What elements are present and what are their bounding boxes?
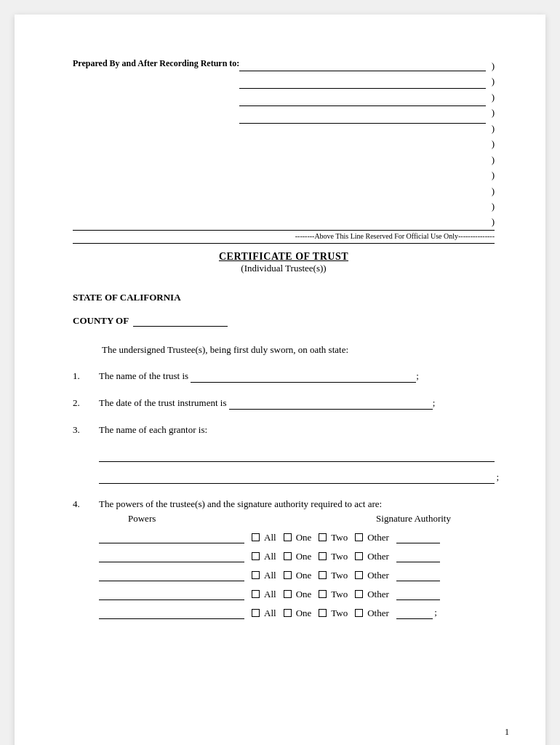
item-2-text: The date of the trust instrument is (99, 397, 229, 408)
address-line-1[interactable] (239, 58, 485, 71)
label-other-4: Other (367, 589, 389, 600)
label-two-4: Two (331, 589, 348, 600)
label-two-2: Two (331, 551, 348, 562)
checkbox-all-4[interactable] (252, 590, 260, 598)
grantor-line-1[interactable] (99, 450, 495, 462)
checkbox-all-5[interactable] (252, 609, 260, 617)
label-all-5: All (264, 607, 276, 619)
checkbox-two-4[interactable] (319, 590, 327, 598)
label-two-5: Two (331, 607, 348, 619)
sig-auth-5: All One Two Other (252, 607, 495, 619)
checkbox-one-1[interactable] (284, 533, 292, 541)
page-number: 1 (505, 727, 509, 738)
powers-row-2: All One Two Other (99, 551, 495, 562)
power-field-3[interactable] (99, 570, 244, 581)
label-other-5: Other (367, 607, 389, 619)
checkbox-one-5[interactable] (284, 609, 292, 617)
checkbox-other-1[interactable] (355, 533, 363, 541)
title-sub: (Individual Trustee(s)) (73, 263, 495, 274)
parens-column: ) ) ) ) ) ) ) ) ) ) ) (492, 58, 495, 230)
powers-row-4: All One Two Other (99, 589, 495, 600)
label-two-3: Two (331, 570, 348, 581)
other-field-2[interactable] (396, 551, 440, 562)
checkbox-one-4[interactable] (284, 590, 292, 598)
item-1: 1. The name of the trust is ; (73, 370, 495, 383)
powers-row-1: All One Two Other (99, 532, 495, 543)
item-3-content: The name of each grantor is: (99, 424, 495, 484)
powers-header-label: Powers (128, 513, 156, 525)
address-line-2[interactable] (239, 76, 485, 89)
item-4-text: The powers of the trustee(s) and the sig… (99, 498, 382, 509)
power-field-2[interactable] (99, 551, 244, 562)
sig-auth-3: All One Two Other (252, 570, 495, 581)
other-field-3[interactable] (396, 570, 440, 581)
trust-date-field[interactable] (229, 397, 433, 410)
power-field-4[interactable] (99, 589, 244, 600)
other-field-5[interactable] (396, 607, 433, 619)
item-1-text: The name of the trust is (99, 370, 191, 381)
county-label: COUNTY OF (73, 315, 129, 327)
lines-parens-container: ) ) ) ) ) ) ) ) ) ) ) (239, 58, 495, 230)
paren-5: ) (492, 121, 495, 136)
label-other-2: Other (367, 551, 389, 562)
checkbox-two-5[interactable] (319, 609, 327, 617)
checkbox-other-4[interactable] (355, 590, 363, 598)
checkbox-one-2[interactable] (284, 552, 292, 560)
label-one-2: One (296, 551, 312, 562)
item-1-content: The name of the trust is ; (99, 370, 495, 383)
header-section: Prepared By and After Recording Return t… (73, 58, 495, 230)
powers-section: Powers Signature Authority All One Two (99, 513, 495, 619)
checkbox-other-3[interactable] (355, 571, 363, 579)
label-one-3: One (296, 570, 312, 581)
state-line: STATE OF CALIFORNIA (73, 292, 495, 303)
label-other-3: Other (367, 570, 389, 581)
trust-name-field[interactable] (191, 370, 416, 383)
item-2-semi: ; (433, 397, 436, 408)
label-all-3: All (264, 570, 276, 581)
paren-7: ) (492, 152, 495, 167)
checkbox-all-2[interactable] (252, 552, 260, 560)
checkbox-other-5[interactable] (355, 609, 363, 617)
checkbox-two-2[interactable] (319, 552, 327, 560)
powers-headers: Powers Signature Authority (99, 513, 495, 525)
sig-auth-header-label: Signature Authority (376, 513, 451, 525)
address-line-4[interactable] (239, 111, 485, 124)
document-title: CERTIFICATE OF TRUST (Individual Trustee… (73, 251, 495, 274)
address-line-3[interactable] (239, 93, 485, 106)
other-field-1[interactable] (396, 532, 440, 543)
return-label: Prepared By and After Recording Return t… (73, 58, 239, 69)
power-field-5[interactable] (99, 607, 244, 619)
checkbox-two-1[interactable] (319, 533, 327, 541)
item-2-content: The date of the trust instrument is ; (99, 397, 495, 410)
sig-auth-1: All One Two Other (252, 532, 495, 543)
checkbox-all-3[interactable] (252, 571, 260, 579)
paren-3: ) (492, 89, 495, 105)
label-all-4: All (264, 589, 276, 600)
checkbox-two-3[interactable] (319, 571, 327, 579)
body-content: STATE OF CALIFORNIA COUNTY OF The unders… (73, 292, 495, 626)
paren-10: ) (492, 199, 495, 214)
checkbox-all-1[interactable] (252, 533, 260, 541)
sig-auth-2: All One Two Other (252, 551, 495, 562)
powers-row-5: All One Two Other (99, 607, 495, 619)
reserved-text: --------Above This Line Reserved For Off… (295, 232, 495, 240)
label-one-1: One (296, 532, 312, 543)
label-one-5: One (296, 607, 312, 619)
power-field-1[interactable] (99, 532, 244, 543)
divider-line (73, 243, 495, 244)
other-field-4[interactable] (396, 589, 440, 600)
checkbox-one-3[interactable] (284, 571, 292, 579)
label-other-1: Other (367, 532, 389, 543)
paren-8: ) (492, 167, 495, 183)
paren-1: ) (492, 58, 495, 73)
item-1-semi: ; (416, 370, 419, 381)
county-field[interactable] (133, 315, 228, 327)
reserved-line: --------Above This Line Reserved For Off… (73, 230, 495, 240)
item-4: 4. The powers of the trustee(s) and the … (73, 498, 495, 626)
label-two-1: Two (331, 532, 348, 543)
checkbox-other-2[interactable] (355, 552, 363, 560)
grantor-line-2[interactable] (99, 472, 495, 484)
title-main: CERTIFICATE OF TRUST (73, 251, 495, 263)
item-2-number: 2. (73, 397, 99, 410)
label-all-2: All (264, 551, 276, 562)
